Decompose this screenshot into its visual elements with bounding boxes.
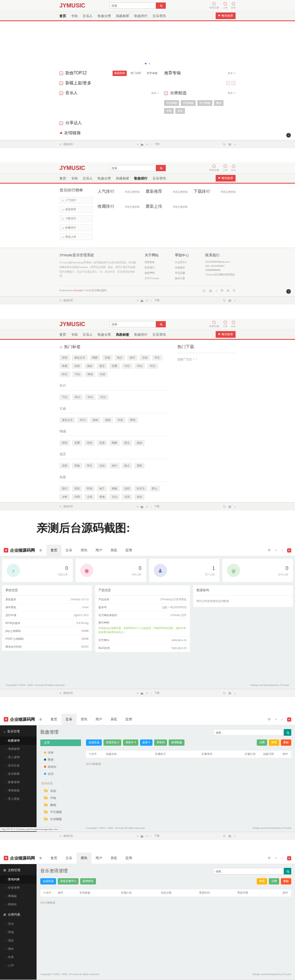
- tag[interactable]: 乡村: [59, 494, 70, 500]
- social-icon[interactable]: ✉: [221, 289, 224, 292]
- toolbar-button[interactable]: 新增资讯: [80, 878, 96, 884]
- fullscreen-icon[interactable]: ×: [275, 856, 277, 860]
- tag[interactable]: 民谣: [84, 486, 95, 491]
- status-filter-item[interactable]: 回收站: [40, 763, 81, 770]
- top12-tab[interactable]: 推荐单曲: [145, 71, 159, 76]
- home-icon[interactable]: ⌂: [281, 717, 283, 721]
- toolbar-button[interactable]: 设置排位 ▾: [103, 739, 121, 746]
- category-item[interactable]: 伴奏: [40, 794, 81, 801]
- footer-link[interactable]: 版权声明: [145, 271, 175, 275]
- nav-item[interactable]: 音乐资讯: [152, 176, 166, 181]
- rank-sidebar-item[interactable]: 下载排行: [59, 215, 93, 222]
- settings-icon[interactable]: ⚙: [268, 856, 270, 860]
- toolbar-button[interactable]: 全选反选: [40, 878, 56, 884]
- admin-menu-item[interactable]: 音乐: [61, 852, 76, 864]
- next-icon[interactable]: »: [146, 692, 148, 695]
- play-icon[interactable]: ▶: [141, 142, 144, 147]
- daily-recommend-badge[interactable]: ♥ 每日推荐: [216, 175, 236, 182]
- download-icon[interactable]: ↓: [150, 835, 152, 838]
- footer-contact-line[interactable]: QQ: 3131282664: [205, 265, 236, 267]
- tag[interactable]: 旅行: [109, 463, 120, 469]
- prev-icon[interactable]: «: [137, 835, 138, 838]
- hot-tag[interactable]: 90后: [147, 363, 158, 369]
- hot-tag[interactable]: 思念: [97, 363, 107, 369]
- next-icon[interactable]: »: [146, 835, 148, 838]
- nav-item[interactable]: 歌曲分类: [98, 14, 111, 18]
- toolbar-button[interactable]: 新增歌曲: [169, 739, 184, 746]
- external-link[interactable]: www.jyuu.cn: [172, 639, 187, 642]
- list-icon[interactable]: ▤: [229, 835, 231, 838]
- nav-item[interactable]: 音乐人: [83, 332, 93, 337]
- nav-item[interactable]: 歌曲排行: [134, 14, 148, 18]
- nav-item[interactable]: 首页: [59, 332, 66, 337]
- sidebar-item[interactable]: 专辑类型: [0, 786, 37, 795]
- admin-logo[interactable]: ♥ 企业猫源码网: [4, 548, 35, 553]
- download-icon[interactable]: ↓: [150, 143, 152, 146]
- account-link[interactable]: 登录|注册: [209, 165, 219, 172]
- more-link[interactable]: 更多>>: [228, 91, 236, 95]
- action-button[interactable]: 删除: [281, 878, 291, 884]
- rank-sidebar-item[interactable]: 人气排行: [59, 197, 93, 204]
- hot-tag[interactable]: 经典: [97, 371, 108, 377]
- tag[interactable]: 轻音乐: [134, 486, 148, 491]
- action-button[interactable]: 禁用: [257, 878, 267, 884]
- sidebar-item[interactable]: 艺人管理: [0, 753, 37, 761]
- account-link[interactable]: 上传: [223, 321, 227, 328]
- category-tag[interactable]: 伴奏: [164, 108, 174, 114]
- nav-item[interactable]: 歌曲分类: [98, 176, 111, 181]
- category-tag[interactable]: 中文舞曲: [197, 100, 212, 106]
- footer-link[interactable]: 常见问题: [175, 271, 205, 275]
- rank-sidebar-item[interactable]: 最新推荐: [59, 206, 93, 213]
- search-button[interactable]: [156, 321, 166, 327]
- hot-tag[interactable]: 想你: [59, 355, 70, 361]
- toolbar-button[interactable]: 按状态显示 ▾: [58, 878, 79, 884]
- tag[interactable]: 70后: [59, 394, 70, 400]
- prev-icon[interactable]: «: [137, 692, 138, 695]
- tag[interactable]: 电子: [97, 486, 107, 491]
- category-item[interactable]: 原创: [40, 787, 81, 794]
- site-logo[interactable]: JYMUSIC: [59, 165, 85, 171]
- top12-tab[interactable]: 最新添加: [113, 71, 127, 76]
- sidebar-item[interactable]: 艺人类型: [0, 795, 37, 803]
- nav-item[interactable]: 风格标签: [116, 14, 129, 18]
- nav-item[interactable]: 音乐资讯: [152, 14, 166, 18]
- tag[interactable]: 说唱: [122, 486, 132, 491]
- tag[interactable]: 寂寞: [72, 440, 82, 446]
- toolbar-button[interactable]: 批量 ▾: [140, 739, 152, 746]
- action-button[interactable]: 禁用: [269, 739, 279, 746]
- repeat-icon[interactable]: ↻: [223, 505, 226, 508]
- fullscreen-icon[interactable]: ×: [275, 717, 277, 721]
- sidebar-item[interactable]: 音乐榜单: [0, 770, 37, 778]
- rank-sidebar-item[interactable]: 最新上传: [59, 233, 93, 240]
- tag[interactable]: 散步: [122, 463, 132, 469]
- admin-menu-item[interactable]: 资讯: [76, 714, 91, 725]
- admin-menu-item[interactable]: 音乐: [61, 714, 76, 725]
- tag[interactable]: 80后: [72, 394, 83, 400]
- tag[interactable]: 古典: [84, 494, 95, 500]
- category-item[interactable]: 外语舞曲: [40, 815, 81, 823]
- social-icon[interactable]: ↻: [233, 289, 236, 292]
- view-full-rank-link[interactable]: 查看完整榜单: [221, 190, 236, 194]
- social-icon[interactable]: ▤: [209, 289, 212, 292]
- hot-tag[interactable]: 夜晚: [59, 363, 70, 369]
- social-icon[interactable]: ◫: [203, 289, 206, 292]
- tag[interactable]: 独立: [134, 494, 145, 500]
- search-input[interactable]: [109, 165, 156, 171]
- player-toggle-button[interactable]: ♪: [286, 289, 291, 294]
- hot-tag[interactable]: 旅行: [127, 355, 138, 361]
- tag[interactable]: 校园: [90, 417, 101, 423]
- menu-toggle-icon[interactable]: ≡: [39, 856, 42, 860]
- admin-menu-item[interactable]: 用户: [91, 852, 106, 864]
- prev-icon[interactable]: «: [137, 299, 138, 302]
- account-link[interactable]: 登录|注册: [209, 2, 219, 9]
- admin-search-input[interactable]: [213, 868, 284, 874]
- footer-link[interactable]: 认证音乐人: [175, 260, 205, 264]
- toolbar-button[interactable]: 全选反选: [86, 739, 102, 746]
- home-icon[interactable]: ⌂: [281, 548, 283, 552]
- tag[interactable]: 原生音乐: [59, 417, 75, 423]
- tag[interactable]: 舞曲: [109, 486, 120, 491]
- status-filter-active[interactable]: 正常: [40, 739, 81, 746]
- tag[interactable]: 运动: [97, 463, 107, 469]
- admin-menu-item[interactable]: 用户: [91, 714, 106, 725]
- tag[interactable]: 民族: [97, 494, 107, 500]
